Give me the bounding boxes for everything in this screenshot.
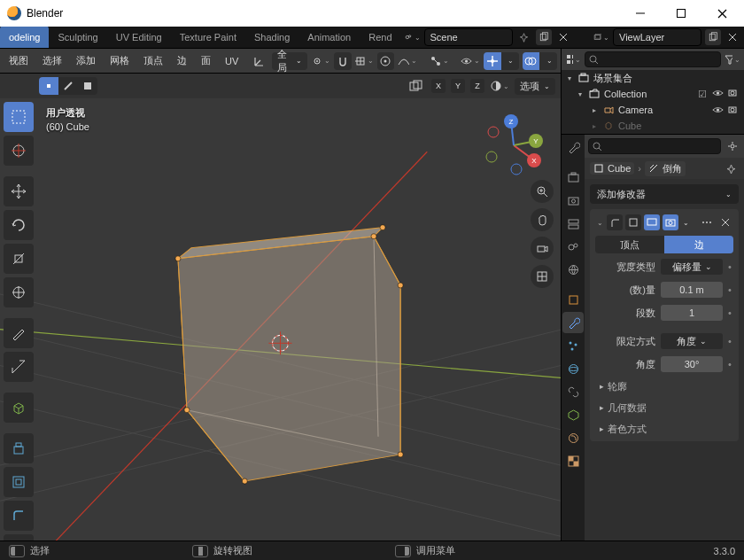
tab-animation[interactable]: Animation — [298, 27, 360, 48]
ptab-data[interactable] — [562, 404, 584, 425]
scene-browse-icon[interactable]: ⌄ — [405, 29, 421, 45]
tab-texture-paint[interactable]: Texture Paint — [171, 27, 245, 48]
xray-toggle[interactable] — [407, 77, 426, 95]
subpanel-shading[interactable]: ▸着色方式 — [595, 420, 733, 438]
menu-edge[interactable]: 边 — [172, 54, 192, 67]
limit-dropdown[interactable]: 角度 — [661, 333, 723, 349]
tool-extrude[interactable] — [4, 433, 34, 463]
visibility-dropdown[interactable]: ⌄ — [461, 52, 480, 70]
modifier-editmode-icon[interactable] — [625, 214, 641, 230]
scene-delete-icon[interactable] — [555, 29, 571, 45]
viewlayer-copy-icon[interactable] — [705, 29, 721, 45]
checkbox-icon[interactable]: ☑ — [696, 89, 709, 100]
tab-shading[interactable]: Shading — [245, 27, 298, 48]
tool-inset[interactable] — [4, 467, 34, 497]
eye-icon[interactable] — [712, 105, 725, 114]
proportional-dropdown[interactable]: ⌄ — [398, 52, 417, 70]
snap-dropdown[interactable]: ⌄ — [355, 52, 374, 70]
axis-y-button[interactable]: Y — [451, 79, 465, 93]
overlay-dropdown[interactable]: ⌄ — [539, 52, 557, 70]
modifier-extras-icon[interactable] — [699, 214, 715, 230]
axis-x-button[interactable]: X — [431, 79, 446, 93]
transform-orientation-dropdown[interactable]: 全局⌄ — [272, 52, 307, 70]
menu-uv[interactable]: UV — [220, 56, 244, 66]
ptab-physics[interactable] — [562, 358, 584, 379]
breadcrumb-pin-icon[interactable] — [723, 160, 739, 176]
overlay-toggle[interactable] — [523, 52, 540, 70]
tab-modeling[interactable]: odeling — [0, 27, 49, 48]
viewlayer-delete-icon[interactable] — [725, 29, 740, 45]
tool-measure[interactable] — [4, 352, 34, 382]
camera-icon[interactable] — [728, 105, 740, 114]
minimize-button[interactable] — [620, 0, 661, 27]
select-mode-edge[interactable] — [58, 77, 78, 95]
ptab-constraints[interactable] — [562, 381, 584, 402]
nav-gizmo[interactable]: X Y Z — [483, 114, 545, 176]
modifier-render-icon[interactable] — [663, 214, 678, 230]
scene-copy-icon[interactable] — [536, 29, 552, 45]
gizmo-dropdown[interactable]: ⌄ — [501, 52, 519, 70]
outliner-scene-collection[interactable]: ▾ 场景集合 — [562, 70, 744, 86]
options-dropdown[interactable]: 选项⌄ — [515, 78, 555, 95]
tool-add-cube[interactable] — [4, 393, 34, 423]
width-type-dropdown[interactable]: 偏移量 — [661, 259, 723, 275]
bevel-affect-edges[interactable]: 边 — [664, 236, 733, 253]
ptab-particles[interactable] — [562, 335, 584, 356]
axis-z-button[interactable]: Z — [470, 79, 484, 93]
bevel-affect-vertices[interactable]: 顶点 — [595, 236, 664, 253]
tool-transform[interactable] — [4, 277, 34, 307]
eye-icon[interactable] — [712, 89, 725, 100]
outliner-item-camera[interactable]: ▸ Camera — [562, 102, 744, 118]
breadcrumb-object[interactable]: Cube — [590, 162, 634, 175]
ptab-world[interactable] — [562, 259, 584, 280]
tool-select-box[interactable] — [4, 102, 34, 132]
tool-annotate[interactable] — [4, 318, 34, 348]
subpanel-geometry[interactable]: ▸几何数据 — [595, 399, 733, 416]
ptab-output[interactable] — [562, 190, 584, 211]
subpanel-profile[interactable]: ▸轮廓 — [595, 377, 733, 395]
viewport-3d[interactable]: 用户透视 (60) Cube — [0, 98, 561, 541]
tool-rotate[interactable] — [4, 210, 34, 240]
scene-pin-icon[interactable] — [516, 29, 532, 45]
angle-field[interactable]: 30° — [661, 356, 723, 372]
menu-view[interactable]: 视图 — [4, 54, 34, 67]
properties-options-icon[interactable] — [725, 138, 740, 154]
ptab-scene[interactable] — [562, 236, 584, 257]
gizmo-toggle[interactable] — [484, 52, 501, 70]
menu-mesh[interactable]: 网格 — [105, 54, 135, 67]
ptab-render[interactable] — [562, 167, 584, 188]
menu-vertex[interactable]: 顶点 — [138, 54, 168, 67]
proportional-toggle[interactable] — [377, 52, 395, 70]
modifier-display-icon[interactable] — [644, 214, 660, 230]
scene-name-field[interactable]: Scene — [424, 28, 513, 46]
tab-rendering[interactable]: Rend — [360, 27, 400, 48]
outliner-search[interactable] — [585, 51, 721, 67]
amount-field[interactable]: 0.1 m — [661, 282, 723, 298]
menu-face[interactable]: 面 — [196, 54, 216, 67]
properties-search[interactable] — [588, 138, 721, 154]
menu-select[interactable]: 选择 — [37, 54, 67, 67]
breadcrumb-modifier[interactable]: 倒角 — [645, 161, 686, 176]
close-button[interactable] — [701, 0, 742, 27]
tool-loopcut[interactable] — [4, 534, 34, 541]
nav-perspective[interactable] — [531, 265, 554, 288]
outliner-mode-icon[interactable]: ⌄ — [565, 51, 581, 67]
ptab-viewlayer[interactable] — [562, 213, 584, 234]
ptab-material[interactable] — [562, 427, 584, 448]
ptab-tool[interactable] — [562, 136, 584, 158]
tab-uv-editing[interactable]: UV Editing — [107, 27, 171, 48]
nav-pan[interactable] — [531, 208, 554, 231]
select-mode-face[interactable] — [78, 77, 97, 95]
snap-toggle[interactable] — [334, 52, 352, 70]
transform-orientation-icon[interactable] — [251, 52, 268, 70]
camera-icon[interactable] — [728, 89, 740, 100]
add-modifier-dropdown[interactable]: 添加修改器 ⌄ — [590, 184, 739, 204]
viewlayer-browse-icon[interactable]: ⌄ — [593, 29, 609, 45]
outliner-collection[interactable]: ▾ Collection ☑ — [562, 86, 744, 102]
tab-sculpting[interactable]: Sculpting — [49, 27, 106, 48]
nav-camera[interactable] — [531, 237, 554, 260]
tool-scale[interactable] — [4, 244, 34, 274]
outliner-item-cube[interactable]: ▸ Cube — [562, 118, 744, 134]
tool-move[interactable] — [4, 176, 34, 206]
ptab-modifier[interactable] — [562, 312, 584, 333]
